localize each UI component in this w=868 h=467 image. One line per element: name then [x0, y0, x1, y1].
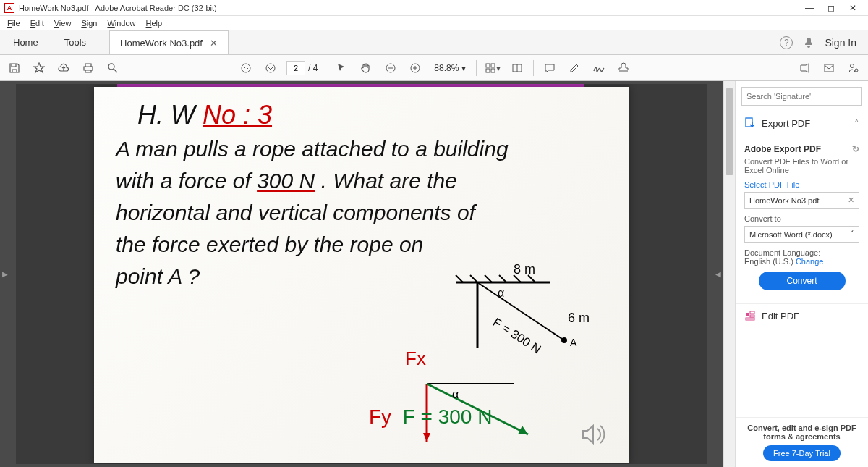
- page-current-input[interactable]: [286, 61, 305, 75]
- page-up-icon[interactable]: [237, 59, 255, 77]
- zoom-out-icon[interactable]: [382, 59, 399, 77]
- stamp-icon[interactable]: [615, 59, 632, 77]
- svg-rect-43: [746, 318, 754, 320]
- tools-search-input[interactable]: [746, 92, 857, 101]
- edit-pdf-icon: [744, 310, 756, 321]
- svg-point-0: [109, 64, 114, 70]
- save-icon[interactable]: [6, 59, 23, 77]
- doc-lang-label: Document Language:: [744, 248, 820, 257]
- zoom-in-icon[interactable]: [407, 59, 424, 77]
- svg-text:A: A: [570, 337, 577, 348]
- star-icon[interactable]: [30, 59, 48, 77]
- panel-expand-left[interactable]: ▶: [0, 81, 10, 467]
- convert-to-label: Convert to: [744, 214, 859, 223]
- close-window-button[interactable]: ✕: [842, 0, 864, 16]
- edit-pdf-tool[interactable]: Edit PDF: [736, 303, 868, 327]
- adobe-export-title: Adobe Export PDF: [744, 144, 821, 154]
- svg-point-3: [266, 64, 275, 72]
- convert-description: Convert PDF Files to Word or Excel Onlin…: [744, 157, 859, 174]
- fit-width-icon[interactable]: ▾: [484, 59, 501, 77]
- svg-rect-41: [750, 311, 754, 314]
- zoom-level[interactable]: 88.8% ▾: [431, 62, 468, 75]
- svg-rect-9: [486, 64, 490, 67]
- more-icon[interactable]: [845, 59, 862, 77]
- tab-home[interactable]: Home: [0, 30, 51, 54]
- minimize-button[interactable]: —: [799, 0, 820, 16]
- svg-text:8 m: 8 m: [514, 262, 535, 277]
- document-page: H. W No : 3 A man pulls a rope attached …: [16, 84, 707, 464]
- bell-icon[interactable]: [803, 37, 814, 49]
- select-file-label: Select PDF File: [744, 180, 859, 189]
- page-down-icon[interactable]: [262, 59, 279, 77]
- menu-help[interactable]: Help: [142, 17, 167, 29]
- speaker-icon: [579, 420, 608, 449]
- page-indicator: / 4: [286, 61, 318, 75]
- svg-text:α: α: [452, 388, 459, 400]
- whiteboard-photo: H. W No : 3 A man pulls a rope attached …: [94, 87, 629, 463]
- menu-window[interactable]: Window: [103, 17, 140, 29]
- tools-search[interactable]: [741, 87, 862, 106]
- read-mode-icon[interactable]: [509, 59, 526, 77]
- format-dropdown[interactable]: Microsoft Word (*.docx) ˅: [744, 226, 859, 243]
- window-title: HomeWork No3.pdf - Adobe Acrobat Reader …: [19, 4, 799, 12]
- change-lang-link[interactable]: Change: [796, 257, 824, 266]
- search-icon[interactable]: [104, 59, 122, 77]
- svg-rect-40: [746, 313, 749, 316]
- svg-marker-35: [423, 433, 430, 442]
- hand-tool-icon[interactable]: [357, 59, 375, 77]
- cloud-icon[interactable]: [55, 59, 72, 77]
- sign-in-link[interactable]: Sign In: [825, 37, 856, 49]
- help-icon[interactable]: ?: [780, 36, 793, 49]
- convert-button[interactable]: Convert: [759, 272, 846, 290]
- free-trial-button[interactable]: Free 7-Day Trial: [763, 445, 841, 461]
- tab-document[interactable]: HomeWork No3.pdf ✕: [109, 30, 229, 54]
- share-icon[interactable]: [796, 59, 813, 77]
- selected-file-box[interactable]: HomeWork No3.pdf ✕: [744, 192, 859, 209]
- menubar: File Edit View Sign Window Help: [0, 16, 868, 30]
- print-icon[interactable]: [80, 59, 97, 77]
- panel-expand-right[interactable]: ◀: [713, 81, 723, 467]
- sign-icon[interactable]: [590, 59, 608, 77]
- svg-rect-15: [825, 64, 833, 72]
- export-pdf-tool[interactable]: Export PDF ˄: [736, 112, 868, 135]
- selection-tool-icon[interactable]: [333, 59, 350, 77]
- svg-text:α: α: [498, 287, 504, 299]
- menu-edit[interactable]: Edit: [26, 17, 48, 29]
- chevron-down-icon: ˅: [850, 230, 854, 239]
- promo-text: Convert, edit and e-sign PDF forms & agr…: [740, 424, 864, 441]
- svg-point-17: [855, 69, 858, 72]
- maximize-button[interactable]: ◻: [820, 0, 842, 16]
- tab-tools[interactable]: Tools: [51, 30, 99, 54]
- clear-file-icon[interactable]: ✕: [848, 195, 854, 205]
- chevron-up-icon: ˄: [854, 118, 859, 129]
- vertical-scrollbar[interactable]: [723, 81, 735, 467]
- svg-line-1: [114, 69, 117, 72]
- page-total: / 4: [308, 63, 318, 73]
- svg-point-31: [561, 337, 567, 343]
- menu-sign[interactable]: Sign: [77, 17, 101, 29]
- svg-rect-42: [750, 315, 754, 317]
- svg-rect-10: [491, 64, 495, 67]
- tab-document-label: HomeWork No3.pdf: [120, 38, 203, 49]
- menu-file[interactable]: File: [3, 17, 25, 29]
- comment-icon[interactable]: [541, 59, 558, 77]
- highlight-icon[interactable]: [566, 59, 583, 77]
- svg-rect-11: [486, 69, 490, 72]
- menu-view[interactable]: View: [50, 17, 76, 29]
- app-icon: A: [4, 3, 14, 13]
- svg-text:6 m: 6 m: [568, 311, 590, 325]
- svg-point-2: [242, 64, 250, 72]
- export-pdf-icon: [744, 117, 756, 129]
- cloud-refresh-icon[interactable]: ↻: [852, 144, 859, 154]
- email-icon[interactable]: [820, 59, 838, 77]
- doc-lang-value: English (U.S.): [744, 257, 793, 266]
- svg-rect-12: [491, 69, 495, 72]
- svg-point-16: [851, 64, 854, 67]
- tab-close-icon[interactable]: ✕: [210, 38, 218, 49]
